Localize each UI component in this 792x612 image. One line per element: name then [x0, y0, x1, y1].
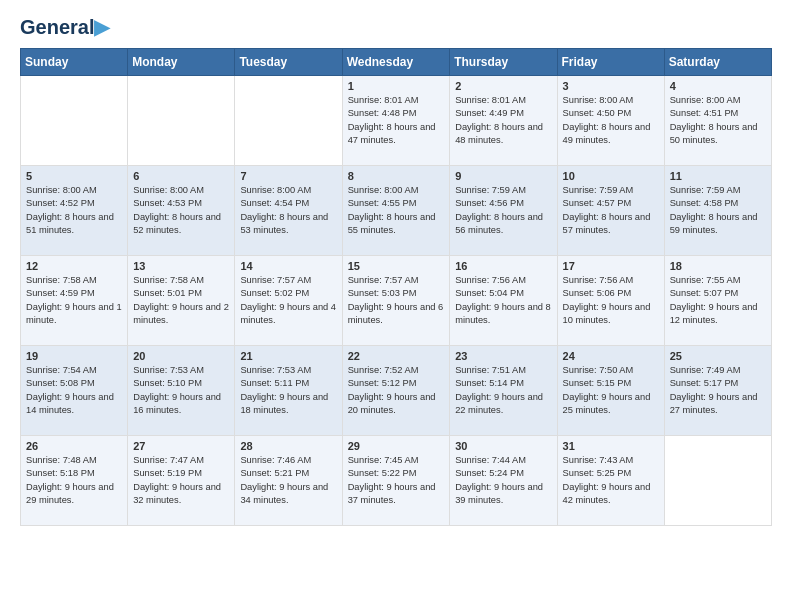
- calendar-week-row: 1Sunrise: 8:01 AM Sunset: 4:48 PM Daylig…: [21, 76, 772, 166]
- day-info: Sunrise: 7:49 AM Sunset: 5:17 PM Dayligh…: [670, 364, 766, 418]
- day-info: Sunrise: 7:53 AM Sunset: 5:10 PM Dayligh…: [133, 364, 229, 418]
- calendar-week-row: 19Sunrise: 7:54 AM Sunset: 5:08 PM Dayli…: [21, 346, 772, 436]
- logo-blue: ▶: [94, 16, 109, 38]
- calendar-cell: 6Sunrise: 8:00 AM Sunset: 4:53 PM Daylig…: [128, 166, 235, 256]
- logo-text: General▶: [20, 16, 109, 38]
- day-info: Sunrise: 7:56 AM Sunset: 5:06 PM Dayligh…: [563, 274, 659, 328]
- day-info: Sunrise: 7:58 AM Sunset: 4:59 PM Dayligh…: [26, 274, 122, 328]
- weekday-header: Friday: [557, 49, 664, 76]
- day-number: 6: [133, 170, 229, 182]
- day-info: Sunrise: 7:56 AM Sunset: 5:04 PM Dayligh…: [455, 274, 551, 328]
- day-number: 19: [26, 350, 122, 362]
- calendar-cell: 17Sunrise: 7:56 AM Sunset: 5:06 PM Dayli…: [557, 256, 664, 346]
- calendar-cell: 5Sunrise: 8:00 AM Sunset: 4:52 PM Daylig…: [21, 166, 128, 256]
- calendar-cell: 31Sunrise: 7:43 AM Sunset: 5:25 PM Dayli…: [557, 436, 664, 526]
- day-info: Sunrise: 7:45 AM Sunset: 5:22 PM Dayligh…: [348, 454, 445, 508]
- day-number: 31: [563, 440, 659, 452]
- day-number: 10: [563, 170, 659, 182]
- weekday-header: Thursday: [450, 49, 557, 76]
- calendar-cell: [128, 76, 235, 166]
- day-number: 3: [563, 80, 659, 92]
- day-info: Sunrise: 7:54 AM Sunset: 5:08 PM Dayligh…: [26, 364, 122, 418]
- day-number: 21: [240, 350, 336, 362]
- day-number: 16: [455, 260, 551, 272]
- day-info: Sunrise: 7:58 AM Sunset: 5:01 PM Dayligh…: [133, 274, 229, 328]
- calendar-cell: 16Sunrise: 7:56 AM Sunset: 5:04 PM Dayli…: [450, 256, 557, 346]
- weekday-header: Wednesday: [342, 49, 450, 76]
- day-number: 11: [670, 170, 766, 182]
- day-info: Sunrise: 7:48 AM Sunset: 5:18 PM Dayligh…: [26, 454, 122, 508]
- day-number: 20: [133, 350, 229, 362]
- day-info: Sunrise: 7:51 AM Sunset: 5:14 PM Dayligh…: [455, 364, 551, 418]
- day-number: 18: [670, 260, 766, 272]
- weekday-header: Sunday: [21, 49, 128, 76]
- calendar-cell: 2Sunrise: 8:01 AM Sunset: 4:49 PM Daylig…: [450, 76, 557, 166]
- calendar-cell: 7Sunrise: 8:00 AM Sunset: 4:54 PM Daylig…: [235, 166, 342, 256]
- day-info: Sunrise: 7:43 AM Sunset: 5:25 PM Dayligh…: [563, 454, 659, 508]
- calendar-cell: [664, 436, 771, 526]
- day-info: Sunrise: 8:00 AM Sunset: 4:52 PM Dayligh…: [26, 184, 122, 238]
- day-info: Sunrise: 7:57 AM Sunset: 5:03 PM Dayligh…: [348, 274, 445, 328]
- logo: General▶: [20, 16, 109, 38]
- weekday-header: Saturday: [664, 49, 771, 76]
- calendar-cell: 28Sunrise: 7:46 AM Sunset: 5:21 PM Dayli…: [235, 436, 342, 526]
- header: General▶: [20, 16, 772, 38]
- day-number: 28: [240, 440, 336, 452]
- calendar-cell: 24Sunrise: 7:50 AM Sunset: 5:15 PM Dayli…: [557, 346, 664, 436]
- calendar-cell: 20Sunrise: 7:53 AM Sunset: 5:10 PM Dayli…: [128, 346, 235, 436]
- day-number: 2: [455, 80, 551, 92]
- day-info: Sunrise: 7:44 AM Sunset: 5:24 PM Dayligh…: [455, 454, 551, 508]
- day-number: 4: [670, 80, 766, 92]
- calendar-cell: 25Sunrise: 7:49 AM Sunset: 5:17 PM Dayli…: [664, 346, 771, 436]
- day-info: Sunrise: 7:55 AM Sunset: 5:07 PM Dayligh…: [670, 274, 766, 328]
- day-number: 29: [348, 440, 445, 452]
- day-number: 17: [563, 260, 659, 272]
- day-number: 5: [26, 170, 122, 182]
- day-info: Sunrise: 7:57 AM Sunset: 5:02 PM Dayligh…: [240, 274, 336, 328]
- day-info: Sunrise: 8:01 AM Sunset: 4:48 PM Dayligh…: [348, 94, 445, 148]
- day-number: 24: [563, 350, 659, 362]
- page: General▶ SundayMondayTuesdayWednesdayThu…: [0, 0, 792, 546]
- weekday-header: Monday: [128, 49, 235, 76]
- calendar-cell: 15Sunrise: 7:57 AM Sunset: 5:03 PM Dayli…: [342, 256, 450, 346]
- day-info: Sunrise: 7:59 AM Sunset: 4:56 PM Dayligh…: [455, 184, 551, 238]
- calendar-cell: 27Sunrise: 7:47 AM Sunset: 5:19 PM Dayli…: [128, 436, 235, 526]
- day-info: Sunrise: 7:59 AM Sunset: 4:57 PM Dayligh…: [563, 184, 659, 238]
- day-number: 12: [26, 260, 122, 272]
- calendar-cell: 8Sunrise: 8:00 AM Sunset: 4:55 PM Daylig…: [342, 166, 450, 256]
- day-info: Sunrise: 8:00 AM Sunset: 4:51 PM Dayligh…: [670, 94, 766, 148]
- calendar-cell: 29Sunrise: 7:45 AM Sunset: 5:22 PM Dayli…: [342, 436, 450, 526]
- day-info: Sunrise: 7:59 AM Sunset: 4:58 PM Dayligh…: [670, 184, 766, 238]
- day-info: Sunrise: 7:50 AM Sunset: 5:15 PM Dayligh…: [563, 364, 659, 418]
- day-info: Sunrise: 8:00 AM Sunset: 4:50 PM Dayligh…: [563, 94, 659, 148]
- day-number: 1: [348, 80, 445, 92]
- calendar-cell: 11Sunrise: 7:59 AM Sunset: 4:58 PM Dayli…: [664, 166, 771, 256]
- calendar-cell: 23Sunrise: 7:51 AM Sunset: 5:14 PM Dayli…: [450, 346, 557, 436]
- calendar-cell: 14Sunrise: 7:57 AM Sunset: 5:02 PM Dayli…: [235, 256, 342, 346]
- calendar-cell: 21Sunrise: 7:53 AM Sunset: 5:11 PM Dayli…: [235, 346, 342, 436]
- calendar-header-row: SundayMondayTuesdayWednesdayThursdayFrid…: [21, 49, 772, 76]
- calendar-cell: 10Sunrise: 7:59 AM Sunset: 4:57 PM Dayli…: [557, 166, 664, 256]
- day-number: 26: [26, 440, 122, 452]
- day-number: 9: [455, 170, 551, 182]
- calendar-week-row: 26Sunrise: 7:48 AM Sunset: 5:18 PM Dayli…: [21, 436, 772, 526]
- calendar-cell: 19Sunrise: 7:54 AM Sunset: 5:08 PM Dayli…: [21, 346, 128, 436]
- day-number: 13: [133, 260, 229, 272]
- calendar-cell: 1Sunrise: 8:01 AM Sunset: 4:48 PM Daylig…: [342, 76, 450, 166]
- calendar-week-row: 12Sunrise: 7:58 AM Sunset: 4:59 PM Dayli…: [21, 256, 772, 346]
- calendar-cell: [21, 76, 128, 166]
- calendar-cell: 12Sunrise: 7:58 AM Sunset: 4:59 PM Dayli…: [21, 256, 128, 346]
- day-number: 27: [133, 440, 229, 452]
- day-info: Sunrise: 8:00 AM Sunset: 4:54 PM Dayligh…: [240, 184, 336, 238]
- day-info: Sunrise: 8:01 AM Sunset: 4:49 PM Dayligh…: [455, 94, 551, 148]
- calendar-cell: 4Sunrise: 8:00 AM Sunset: 4:51 PM Daylig…: [664, 76, 771, 166]
- day-info: Sunrise: 7:47 AM Sunset: 5:19 PM Dayligh…: [133, 454, 229, 508]
- calendar-cell: 18Sunrise: 7:55 AM Sunset: 5:07 PM Dayli…: [664, 256, 771, 346]
- day-info: Sunrise: 7:52 AM Sunset: 5:12 PM Dayligh…: [348, 364, 445, 418]
- calendar-cell: 30Sunrise: 7:44 AM Sunset: 5:24 PM Dayli…: [450, 436, 557, 526]
- weekday-header: Tuesday: [235, 49, 342, 76]
- day-number: 8: [348, 170, 445, 182]
- day-info: Sunrise: 8:00 AM Sunset: 4:53 PM Dayligh…: [133, 184, 229, 238]
- calendar-cell: 26Sunrise: 7:48 AM Sunset: 5:18 PM Dayli…: [21, 436, 128, 526]
- day-number: 15: [348, 260, 445, 272]
